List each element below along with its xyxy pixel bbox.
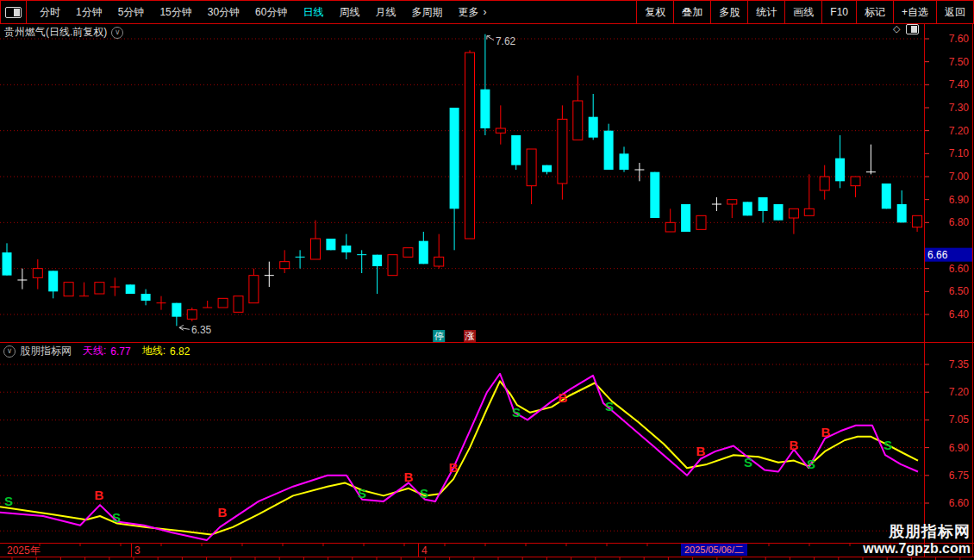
toolbar-tab[interactable]: 分时: [32, 5, 68, 20]
indicator-axis-label: 6.90: [949, 442, 970, 454]
watermark-brand: 股朋指标网: [863, 523, 971, 540]
sell-marker: S: [4, 494, 13, 508]
price-axis-label: 6.50: [949, 285, 970, 297]
buy-marker: B: [449, 460, 459, 475]
toolbar-tab[interactable]: 多周期: [403, 5, 450, 20]
price-axis-label: 6.90: [949, 194, 970, 206]
buy-marker: B: [559, 390, 568, 405]
up-candle: [496, 128, 505, 133]
down-candle: [835, 159, 845, 182]
toolbar-tab[interactable]: 更多: [450, 5, 486, 20]
indicator-line-ground: [0, 381, 918, 534]
toolbar-tab[interactable]: 月线: [367, 5, 403, 20]
down-candle: [172, 303, 181, 317]
chevron-down-icon[interactable]: ∨: [3, 345, 16, 358]
buy-marker: B: [95, 488, 104, 502]
up-candle: [696, 215, 706, 229]
indicator-axis-label: 6.75: [949, 470, 970, 482]
up-candle: [218, 298, 228, 308]
buy-marker: B: [696, 444, 706, 458]
top-toolbar: 分时1分钟5分钟15分钟30分钟60分钟日线周线月线多周期更多› 复权叠加多股统…: [0, 0, 974, 24]
sell-marker: S: [744, 455, 752, 470]
down-candle: [542, 165, 552, 172]
chevron-down-icon[interactable]: ∨: [111, 27, 123, 39]
toolbar-button[interactable]: 多股: [710, 1, 747, 23]
up-candle: [573, 101, 583, 140]
toolbar-spacer: [486, 1, 636, 23]
down-candle: [511, 135, 521, 165]
buy-marker: B: [404, 470, 414, 484]
up-candle: [913, 215, 922, 227]
up-candle: [311, 239, 321, 259]
up-candle: [434, 257, 444, 266]
period-tabs: 分时1分钟5分钟15分钟30分钟60分钟日线周线月线多周期更多›: [27, 1, 486, 23]
indicator-axis-label: 6.60: [949, 497, 970, 509]
date-month-label: 3: [134, 544, 140, 557]
down-candle: [372, 255, 382, 266]
down-candle: [882, 184, 891, 208]
price-axis-label: 6.60: [949, 263, 970, 275]
toolbar-button[interactable]: 复权: [636, 1, 673, 23]
down-candle: [743, 202, 752, 215]
toolbar-button[interactable]: +自选: [893, 1, 936, 23]
price-axis-label: 7.40: [949, 78, 970, 90]
sky-line-label: 天线:: [83, 344, 106, 358]
indicator-axis-label: 7.05: [949, 414, 970, 426]
sell-marker: S: [358, 486, 366, 501]
toolbar-tab[interactable]: 60分钟: [247, 5, 295, 20]
up-candle: [234, 296, 243, 313]
sell-marker: S: [883, 438, 892, 452]
price-axis-label: 7.00: [949, 171, 970, 183]
down-candle: [774, 204, 784, 221]
sky-line-value: 6.77: [110, 345, 130, 358]
down-candle: [604, 131, 614, 170]
toolbar-button[interactable]: 标记: [856, 1, 893, 23]
indicator-axis-label: 7.35: [949, 358, 970, 370]
up-candle: [187, 310, 197, 320]
toolbar-button[interactable]: F10: [821, 1, 856, 23]
toolbar-tab[interactable]: 30分钟: [200, 5, 247, 20]
watermark: 股朋指标网 www.7gpzb.com: [863, 523, 971, 557]
date-year-label: 2025年: [7, 544, 41, 557]
up-candle: [33, 269, 42, 278]
up-candle: [727, 200, 737, 204]
toolbar-button[interactable]: 统计: [747, 1, 784, 23]
ground-line-value: 6.82: [170, 345, 190, 358]
buy-marker: B: [821, 425, 831, 439]
price-annotation: 6.35: [191, 324, 212, 336]
indicator-header: ∨ 股朋指标网 天线: 6.77 地线: 6.82: [3, 344, 190, 358]
event-badge-label: 涨: [465, 331, 475, 341]
toolbar-button[interactable]: 返回: [936, 1, 973, 23]
toolbar-tab[interactable]: 周线: [331, 5, 367, 20]
price-axis-label: 6.40: [949, 308, 970, 320]
sell-marker: S: [807, 457, 815, 471]
toolbar-tab[interactable]: 1分钟: [68, 5, 110, 20]
pane-icon[interactable]: [906, 24, 919, 34]
up-candle: [388, 255, 397, 276]
toolbar-tab[interactable]: 15分钟: [152, 5, 199, 20]
price-axis-label: 7.10: [949, 147, 970, 159]
current-date-label: 2025/05/06/二: [684, 544, 744, 555]
down-candle: [480, 90, 490, 128]
diamond-icon[interactable]: ◇: [893, 23, 900, 34]
indicator-line-sky: [0, 374, 918, 540]
up-candle: [403, 248, 413, 258]
down-candle: [589, 117, 598, 138]
down-candle: [759, 197, 768, 211]
down-candle: [620, 153, 629, 170]
layout-split-icon[interactable]: [5, 7, 22, 18]
trading-app-window: 分时1分钟5分钟15分钟30分钟60分钟日线周线月线多周期更多› 复权叠加多股统…: [0, 0, 974, 560]
up-candle: [558, 119, 567, 184]
toolbar-tab[interactable]: 日线: [295, 5, 331, 20]
toolbar-tab[interactable]: 5分钟: [110, 5, 153, 20]
up-candle: [804, 208, 814, 215]
up-candle: [789, 208, 798, 218]
up-candle: [280, 262, 290, 269]
event-badge-label: 停: [434, 331, 444, 341]
down-candle: [48, 271, 58, 291]
up-candle: [95, 283, 104, 294]
toolbar-button[interactable]: 画线: [784, 1, 821, 23]
toolbar-button[interactable]: 叠加: [673, 1, 710, 23]
up-candle: [820, 177, 829, 190]
down-candle: [341, 246, 351, 252]
